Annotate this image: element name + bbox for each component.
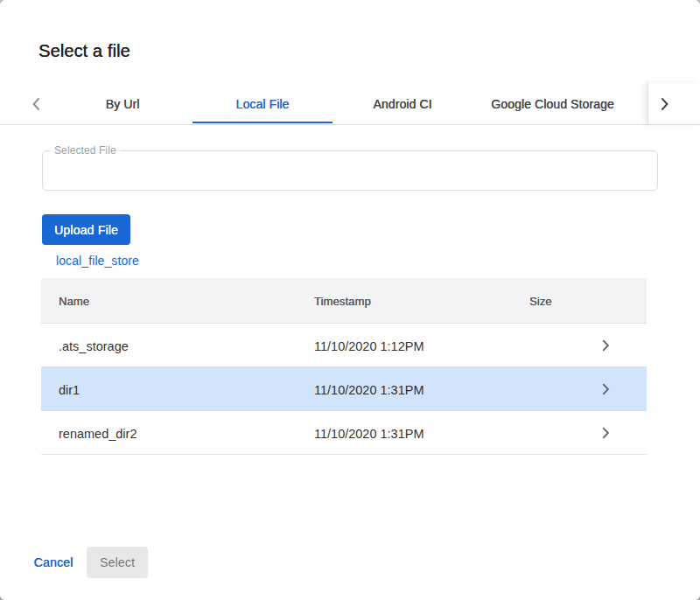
column-header-actions [564, 300, 647, 302]
file-table: Name Timestamp Size .ats_storage 11/10/2… [41, 278, 647, 455]
upload-file-button[interactable]: Upload File [42, 214, 130, 245]
dialog-title: Select a file [38, 40, 130, 61]
tab-google-cloud-storage[interactable]: Google Cloud Storage [472, 83, 633, 124]
chevron-right-icon [602, 383, 610, 395]
cell-timestamp: 11/10/2020 1:31PM [297, 381, 512, 397]
tab-by-url[interactable]: By Url [52, 83, 192, 124]
selected-file-input[interactable] [50, 152, 650, 189]
file-table-header: Name Timestamp Size [41, 278, 647, 324]
cell-name: renamed_dir2 [41, 425, 297, 441]
cell-timestamp: 11/10/2020 1:12PM [297, 338, 512, 353]
cell-name: dir1 [41, 381, 297, 397]
table-row-renamed-dir2[interactable]: renamed_dir2 11/10/2020 1:31PM [41, 411, 647, 455]
column-header-size: Size [512, 293, 564, 308]
cell-size [512, 345, 564, 346]
tab-label: Local File [236, 97, 290, 111]
open-directory-button[interactable] [564, 411, 647, 454]
cell-size [512, 388, 564, 390]
dialog-content: Select a file By Url Local File Android … [0, 0, 700, 600]
cancel-button-label: Cancel [34, 555, 74, 569]
tabs-paginate-right-button[interactable] [648, 83, 700, 124]
active-tab-ink-bar [192, 122, 332, 123]
column-header-name: Name [41, 293, 297, 308]
table-row-ats-storage[interactable]: .ats_storage 11/10/2020 1:12PM [41, 324, 647, 367]
tab-bar: By Url Local File Android CI Google Clou… [0, 83, 700, 125]
cancel-button[interactable]: Cancel [24, 547, 83, 578]
tab-label: Google Cloud Storage [491, 97, 614, 111]
tab-local-file[interactable]: Local File [192, 83, 332, 124]
tab-label: By Url [106, 97, 140, 111]
cell-name: .ats_storage [41, 338, 297, 353]
open-directory-button[interactable] [564, 324, 647, 366]
chevron-right-icon [661, 97, 668, 111]
upload-file-button-label: Upload File [54, 223, 118, 237]
tab-list: By Url Local File Android CI Google Clou… [52, 83, 633, 124]
tab-android-ci[interactable]: Android CI [332, 83, 472, 124]
chevron-right-icon [602, 427, 610, 439]
cell-timestamp: 11/10/2020 1:31PM [297, 425, 512, 441]
column-header-timestamp: Timestamp [297, 293, 512, 308]
tab-label: Android CI [373, 97, 431, 111]
chevron-left-icon [32, 97, 40, 111]
select-button[interactable]: Select [87, 547, 148, 578]
open-directory-button[interactable] [564, 367, 647, 410]
select-button-label: Select [100, 555, 135, 569]
table-row-dir1[interactable]: dir1 11/10/2020 1:31PM [41, 367, 647, 411]
selected-file-field: Selected File [42, 150, 658, 191]
select-file-dialog: Select a file By Url Local File Android … [0, 0, 700, 600]
local-file-store-link[interactable]: local_file_store [56, 255, 139, 267]
chevron-right-icon [602, 339, 610, 352]
cell-size [512, 432, 564, 434]
